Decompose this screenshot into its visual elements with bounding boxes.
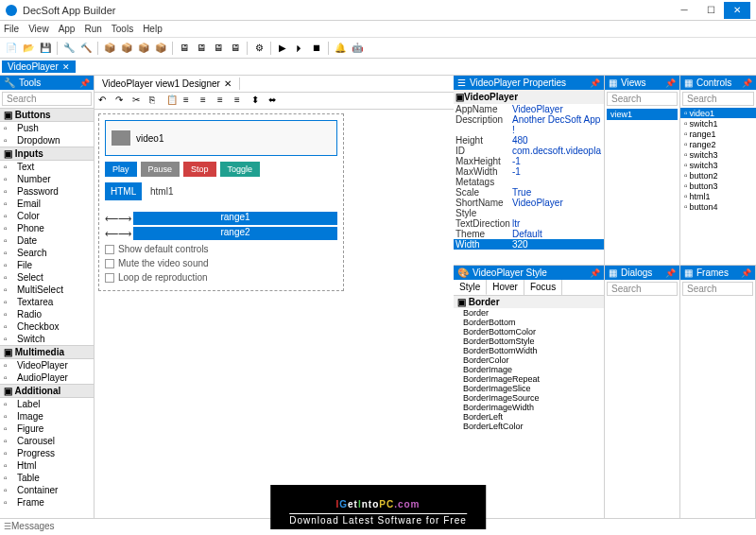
style-property[interactable]: BorderImageSlice [454,384,604,393]
tool-item[interactable]: ▫Table [0,472,94,484]
property-row[interactable]: ScaleTrue [454,187,604,198]
run-icon[interactable]: ▶ [275,41,290,56]
maximize-button[interactable]: ☐ [697,2,724,19]
save-icon[interactable]: 💾 [38,41,53,56]
frames-search-input[interactable]: Search [682,282,753,296]
property-row[interactable]: Height480 [454,135,604,146]
tool-item[interactable]: ▫Select [0,271,94,284]
tool-item[interactable]: ▫File [0,259,94,271]
messages-bar[interactable]: ☰ Messages [0,518,756,533]
tool-item[interactable]: ▫Password [0,185,94,198]
menu-view[interactable]: View [28,24,49,34]
tool-icon[interactable]: 🖥 [228,41,243,56]
close-button[interactable]: ✕ [724,2,750,19]
control-item[interactable]: ▫button2 [680,170,756,181]
tool-icon[interactable]: 🖥 [194,41,209,56]
undo-icon[interactable]: ↶ [98,95,112,108]
control-item[interactable]: ▫range2 [680,139,756,149]
style-property[interactable]: BorderBottom [454,318,604,327]
pin-icon[interactable]: 📌 [742,78,752,88]
minimize-button[interactable]: ─ [671,2,697,19]
property-row[interactable]: ThemeDefault [454,229,604,239]
style-property[interactable]: BorderBottomStyle [454,337,604,346]
stop-button[interactable]: Stop [183,162,216,177]
property-row[interactable]: ShortNameVideoPlayer [454,198,604,208]
tool-item[interactable]: ▫Textarea [0,296,94,308]
style-property[interactable]: BorderLeft [454,412,604,422]
pin-icon[interactable]: 📌 [79,78,90,88]
property-row[interactable]: Width320 [454,239,604,250]
designer-tab[interactable]: VideoPlayer view1 Designer ✕ [94,78,240,90]
tool-category[interactable]: ▣ Buttons [0,108,94,122]
tool-category[interactable]: ▣ Additional [0,384,94,398]
property-row[interactable]: AppNameVideoPlayer [454,104,604,114]
size-icon[interactable]: ⬍ [251,95,265,108]
design-canvas[interactable]: video1 Play Pause Stop Toggle HTML html1… [94,110,454,518]
tool-item[interactable]: ▫Radio [0,308,94,320]
deploy-icon[interactable]: 🤖 [350,41,365,56]
style-property[interactable]: BorderImageRepeat [454,374,604,384]
stop-icon[interactable]: ⏹ [309,41,324,56]
style-property[interactable]: BorderColor [454,355,604,365]
pin-icon[interactable]: 📌 [741,268,751,278]
checkbox-row[interactable]: Mute the video sound [105,256,337,270]
dialogs-search-input[interactable]: Search [607,282,678,296]
pin-icon[interactable]: 📌 [665,78,676,88]
style-property[interactable]: BorderImageWidth [454,403,604,412]
property-row[interactable]: MaxWidth-1 [454,166,604,177]
checkbox-row[interactable]: Loop de reproduction [105,270,337,285]
style-property[interactable]: BorderBottomColor [454,327,604,337]
tool-item[interactable]: ▫Carousel [0,435,94,447]
tool-item[interactable]: ▫Progress [0,447,94,459]
pin-icon[interactable]: 📌 [590,268,600,278]
menu-run[interactable]: Run [84,24,101,34]
control-item[interactable]: ▫html1 [680,191,756,201]
tool-item[interactable]: ▫Push [0,122,94,134]
tool-item[interactable]: ▫Dropdown [0,134,94,147]
align-icon[interactable]: ≡ [183,95,197,108]
toggle-button[interactable]: Toggle [220,162,261,177]
control-item[interactable]: ▫switch3 [680,160,756,170]
menu-app[interactable]: App [59,24,76,34]
pause-button[interactable]: Pause [141,162,180,177]
tool-icon[interactable]: 🔧 [61,41,77,56]
html-widget-badge[interactable]: HTML [105,182,142,200]
new-icon[interactable]: 📄 [4,41,19,56]
style-property[interactable]: Border [454,308,604,318]
tool-item[interactable]: ▫Figure [0,423,94,435]
tool-category[interactable]: ▣ Multimedia [0,345,94,359]
copy-icon[interactable]: ⎘ [149,95,163,108]
gear-icon[interactable]: ⚙ [251,41,266,56]
file-tab-videoplayer[interactable]: VideoPlayer ✕ [2,60,76,73]
tool-icon[interactable]: 📦 [119,41,134,56]
tool-icon[interactable]: 🔨 [78,41,94,56]
style-property[interactable]: BorderBottomWidth [454,346,604,355]
build-icon[interactable]: 🔔 [333,41,348,56]
style-property[interactable]: BorderLeftColor [454,422,604,431]
property-row[interactable]: Style [454,208,604,218]
style-tab-hover[interactable]: Hover [487,280,524,295]
design-surface[interactable]: video1 Play Pause Stop Toggle HTML html1… [98,113,344,291]
close-icon[interactable]: ✕ [224,78,232,89]
paste-icon[interactable]: 📋 [166,95,180,108]
tools-search-input[interactable]: Search [2,92,92,106]
style-category[interactable]: ▣ Border [454,296,604,308]
range-widget[interactable]: ⟵⟶ range1 [105,212,337,225]
style-property[interactable]: BorderImage [454,365,604,374]
tool-item[interactable]: ▫VideoPlayer [0,359,94,371]
tool-item[interactable]: ▫Container [0,484,94,496]
property-row[interactable]: MaxHeight-1 [454,156,604,166]
align-icon[interactable]: ≡ [217,95,231,108]
style-tab-style[interactable]: Style [454,280,487,295]
cut-icon[interactable]: ✂ [132,95,146,108]
menu-file[interactable]: File [4,24,19,34]
property-row[interactable]: IDcom.decsoft.videopla [454,146,604,156]
style-property[interactable]: BorderImageSource [454,393,604,403]
menu-tools[interactable]: Tools [112,24,133,34]
checkbox-row[interactable]: Show default controls [105,242,337,256]
tool-icon[interactable]: 🖥 [177,41,192,56]
tool-item[interactable]: ▫Search [0,247,94,259]
tool-item[interactable]: ▫Date [0,234,94,247]
control-item[interactable]: ▫range1 [680,129,756,139]
property-row[interactable]: DescriptionAnother DecSoft App ! [454,114,604,135]
